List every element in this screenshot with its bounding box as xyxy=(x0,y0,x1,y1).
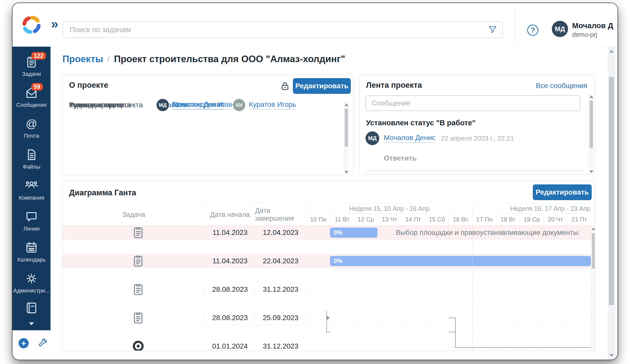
scroll-up-icon[interactable] xyxy=(344,103,349,106)
bar-progress: 0% xyxy=(334,257,342,265)
edit-gantt-button[interactable]: Редактировать xyxy=(533,184,592,200)
scroll-thumb[interactable] xyxy=(609,77,614,305)
gantt-scrollbar[interactable] xyxy=(591,226,595,351)
sidebar-item-icon xyxy=(25,179,38,193)
dependency-line xyxy=(326,311,327,333)
task-cell: Выпуск постановления правительства xyxy=(62,254,205,268)
sidebar-item-label: Задачи xyxy=(22,71,41,77)
day-header: 12 Ср xyxy=(354,214,377,225)
sidebar-expand-icon[interactable]: » xyxy=(51,16,58,31)
breadcrumb: Проекты / Проект строительства для ООО "… xyxy=(62,54,345,64)
message-input[interactable] xyxy=(366,95,580,111)
start-date-cell: 28.08.2023 xyxy=(205,311,255,325)
sidebar-item[interactable]: 59 Сообщения xyxy=(12,82,51,113)
add-button[interactable]: + xyxy=(19,338,29,348)
gantt-rows: Выбор площадки и правоустанавлива 11.04.… xyxy=(62,226,591,351)
page-scrollbar[interactable] xyxy=(608,47,615,360)
day-header: 18 Вт xyxy=(496,214,520,225)
dependency-line xyxy=(455,347,591,348)
scroll-thumb[interactable] xyxy=(345,109,348,147)
sidebar-more-icon[interactable] xyxy=(28,321,35,327)
user-name: Мочалов Д xyxy=(572,21,613,30)
task-type-icon xyxy=(72,311,205,325)
day-header: 16 Вс xyxy=(449,214,472,225)
gantt-card: Диаграмма Ганта Редактировать Задача Дат… xyxy=(62,181,595,351)
app-window: » ? МД Мочалов Д demo-prj xyxy=(12,3,618,360)
task-cell: Выбор площадки и правоустанавлива xyxy=(62,226,205,239)
breadcrumb-projects-link[interactable]: Проекты xyxy=(62,54,103,64)
gantt-row[interactable]: Выбор площадки и правоустанавлива 11.04.… xyxy=(62,226,591,240)
gantt-table: Задача Дата начала Дата завершения Недел… xyxy=(62,203,595,351)
about-field-row: Участники проекта МДМочалов ДенисКИКурат… xyxy=(69,98,338,112)
timeline-cell xyxy=(306,282,591,296)
sidebar-footer: + xyxy=(12,332,51,355)
start-date-cell: 01.01.2024 xyxy=(205,339,255,351)
filter-icon[interactable] xyxy=(488,25,498,35)
scroll-up-icon[interactable] xyxy=(591,228,595,230)
person-link[interactable]: Мочалов Денис xyxy=(172,100,224,110)
project-feed-card: Лента проекта Все сообщения Установлен с… xyxy=(359,75,595,175)
feed-author: МД Мочалов Денис 22 апреля 2023 г., 22:2… xyxy=(366,131,514,145)
sidebar-item-label: Сообщения xyxy=(16,102,46,108)
gantt-row[interactable]: Выпуск постановления правительства 11.04… xyxy=(62,254,591,268)
sidebar-item[interactable]: Календарь xyxy=(12,236,51,267)
person-link[interactable]: Мочалов Денис xyxy=(384,134,435,143)
end-date-cell: 25.09.2023 xyxy=(255,311,306,325)
about-scrollbar[interactable] xyxy=(344,102,349,175)
chevron-down-icon xyxy=(616,23,618,29)
app-logo[interactable] xyxy=(12,3,51,47)
topbar-divider xyxy=(515,7,515,43)
edit-project-button[interactable]: Редактировать xyxy=(293,78,351,94)
sidebar-item[interactable]: Компания xyxy=(12,175,51,205)
scroll-down-icon[interactable] xyxy=(344,171,349,174)
column-header-end: Дата завершения xyxy=(255,204,306,226)
sidebar-item-icon xyxy=(25,210,38,223)
gantt-bar[interactable]: 0% xyxy=(330,256,591,266)
sidebar-item[interactable]: Файлы xyxy=(12,144,51,175)
scroll-up-icon[interactable] xyxy=(609,50,614,53)
sidebar-item[interactable]: 122 Задачи xyxy=(12,51,51,82)
feed-scrollbar[interactable] xyxy=(589,94,594,175)
user-menu[interactable]: МД Мочалов Д demo-prj xyxy=(552,21,618,38)
sidebar-item-icon xyxy=(25,148,38,162)
scroll-up-icon[interactable] xyxy=(589,95,593,98)
person-link[interactable]: Куратов Игорь xyxy=(249,100,296,110)
dependency-line xyxy=(449,332,456,332)
task-search xyxy=(62,21,503,38)
help-button[interactable]: ? xyxy=(527,25,538,36)
sidebar-item-icon: 122 xyxy=(25,55,38,69)
all-messages-link[interactable]: Все сообщения xyxy=(536,82,587,90)
day-header: 21 Пт xyxy=(567,214,591,225)
scroll-thumb[interactable] xyxy=(590,100,593,148)
sidebar-item[interactable]: Линии xyxy=(12,205,51,236)
sidebar-item[interactable]: Администри... xyxy=(12,267,51,298)
sidebar-item-icon xyxy=(25,301,38,315)
week-label: Неделя 15, 10 Апр - 16 Апр xyxy=(306,204,472,213)
wrench-icon[interactable] xyxy=(37,338,48,349)
page-title: Проект строительства для ООО "Алмаз-холд… xyxy=(114,54,345,64)
gantt-bar[interactable]: 0% xyxy=(330,228,377,238)
sidebar-item[interactable] xyxy=(12,298,51,320)
sidebar-item-label: Почта xyxy=(24,133,39,139)
scroll-down-icon[interactable] xyxy=(589,170,593,173)
timeline-cell: 0% xyxy=(306,254,591,268)
sidebar-item-icon xyxy=(25,272,38,285)
day-header: 17 Пн xyxy=(472,214,496,225)
scroll-down-icon[interactable] xyxy=(609,354,614,357)
start-date-cell: 11.04.2023 xyxy=(205,254,255,268)
badge: 59 xyxy=(31,83,43,91)
sidebar-item-label: Календарь xyxy=(17,256,45,263)
task-cell: Заключение договора аренды земель xyxy=(62,311,205,325)
sidebar-item[interactable]: @ Почта xyxy=(12,113,51,144)
logo-icon xyxy=(22,15,41,35)
search-input[interactable] xyxy=(62,21,503,38)
scroll-thumb[interactable] xyxy=(592,233,595,269)
reply-button[interactable]: Ответить xyxy=(384,154,417,162)
week-row: Неделя 15, 10 Апр - 16 Апр Неделя 16, 17… xyxy=(306,204,591,214)
gantt-row[interactable]: Заключение инвестконтракта 28.08.2023 31… xyxy=(62,282,591,297)
lock-icon xyxy=(280,80,290,92)
gantt-row[interactable]: Документы получены 01.01.2024 31.12.2023 xyxy=(62,339,591,351)
about-project-card: О проекте Редактировать Текущая стадия В… xyxy=(62,75,354,175)
user-avatar: МД xyxy=(552,21,568,37)
avatar: КИ xyxy=(233,99,245,111)
